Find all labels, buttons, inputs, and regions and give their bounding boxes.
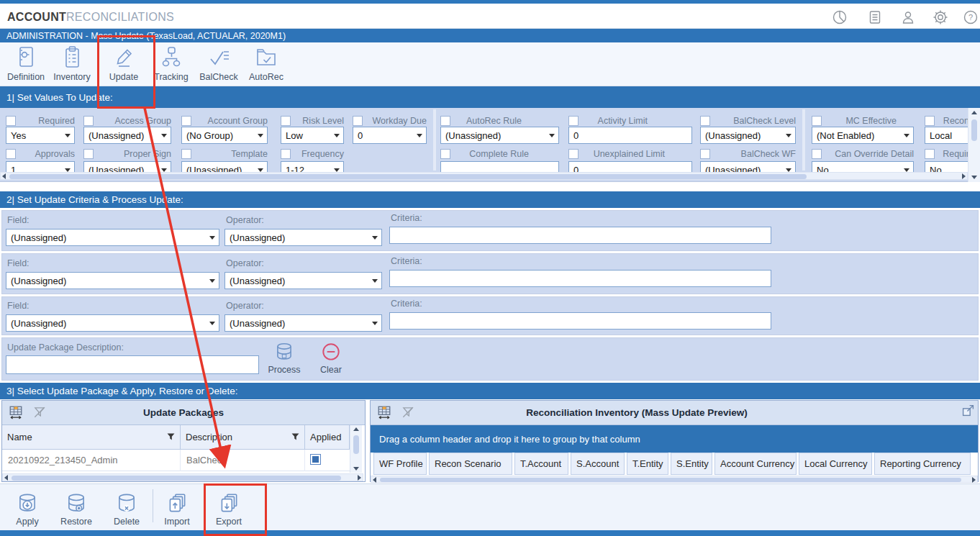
scroll-right-arrow[interactable] xyxy=(358,475,361,481)
column-header-applied[interactable]: Applied xyxy=(305,425,350,450)
column-header-description[interactable]: Description xyxy=(181,425,305,450)
column-header-local-currency[interactable]: Local Currency xyxy=(799,453,872,475)
frequency-checkbox[interactable] xyxy=(281,149,291,159)
update-button[interactable]: Update xyxy=(101,45,147,82)
field-select-1[interactable]: (Unassigned) xyxy=(6,229,219,246)
scroll-up-arrow[interactable] xyxy=(971,111,977,114)
recon-checkbox[interactable] xyxy=(925,116,935,126)
field-select-2[interactable]: (Unassigned) xyxy=(6,272,219,289)
operator-select-3[interactable]: (Unassigned) xyxy=(224,314,382,332)
required-checkbox[interactable] xyxy=(6,116,16,126)
mc-effective-select[interactable]: (Not Enabled) xyxy=(812,127,914,144)
unexplained-limit-checkbox[interactable] xyxy=(568,149,579,159)
scroll-down-arrow[interactable] xyxy=(971,176,977,179)
criteria-input-1[interactable] xyxy=(389,227,771,244)
column-header-s-entity[interactable]: S.Entity xyxy=(671,453,712,475)
delete-button[interactable]: Delete xyxy=(106,492,147,527)
process-button[interactable]: Process xyxy=(266,342,303,375)
balcheck-button[interactable]: BalCheck xyxy=(196,45,242,82)
scroll-down-arrow[interactable] xyxy=(353,467,359,471)
user-icon[interactable] xyxy=(900,9,916,25)
popout-icon[interactable] xyxy=(962,404,974,417)
section1-vscrollbar[interactable] xyxy=(968,108,980,182)
settings-icon[interactable] xyxy=(933,9,948,25)
package-name-cell[interactable]: 20210922_213450_Admin xyxy=(8,455,118,465)
activity-limit-input[interactable]: 0 xyxy=(568,127,692,144)
package-description-input[interactable] xyxy=(6,355,259,374)
export-button[interactable]: Export xyxy=(209,492,248,527)
grid-settings-icon[interactable] xyxy=(9,405,23,419)
scroll-thumb[interactable] xyxy=(971,119,977,141)
filter-icon[interactable] xyxy=(291,433,299,441)
scroll-left-arrow[interactable] xyxy=(373,477,376,483)
access-group-checkbox[interactable] xyxy=(83,116,94,126)
account-group-select[interactable]: (No Group) xyxy=(181,127,268,144)
tracking-button[interactable]: Tracking xyxy=(148,45,194,82)
column-header-t-account[interactable]: T.Account xyxy=(514,453,568,475)
clear-filter-icon[interactable] xyxy=(32,405,47,419)
column-header-recon-scenario[interactable]: Recon Scenario xyxy=(429,453,512,475)
criteria-input-2[interactable] xyxy=(389,270,771,287)
help-icon[interactable]: ? xyxy=(963,9,979,25)
operator-select-2[interactable]: (Unassigned) xyxy=(224,272,382,289)
section1-hscrollbar[interactable] xyxy=(0,172,968,180)
scroll-left-arrow[interactable] xyxy=(2,173,6,179)
required-days-checkbox[interactable] xyxy=(925,149,935,159)
recon-input[interactable]: Local xyxy=(925,127,968,144)
complete-rule-checkbox[interactable] xyxy=(440,149,450,159)
scroll-thumb[interactable] xyxy=(380,478,961,482)
pie-chart-icon[interactable] xyxy=(832,9,848,25)
scroll-thumb[interactable] xyxy=(353,435,359,454)
packages-hscrollbar[interactable] xyxy=(2,473,363,481)
column-header-reporting-currency[interactable]: Reporting Currency xyxy=(874,453,971,475)
inventory-button[interactable]: Inventory xyxy=(49,45,95,82)
inventory-hscrollbar[interactable] xyxy=(371,476,978,483)
mc-effective-checkbox[interactable] xyxy=(812,116,822,126)
balcheck-wf-checkbox[interactable] xyxy=(700,149,710,159)
template-checkbox[interactable] xyxy=(181,149,191,159)
risk-level-select[interactable]: Low xyxy=(281,127,344,144)
field-select-3[interactable]: (Unassigned) xyxy=(6,314,219,332)
column-header-t-entity[interactable]: T.Entity xyxy=(627,453,668,475)
applied-checkbox[interactable] xyxy=(310,454,321,465)
activity-limit-checkbox[interactable] xyxy=(568,116,579,126)
autorec-rule-select[interactable]: (Unassigned) xyxy=(440,127,559,144)
autorec-button[interactable]: AutoRec xyxy=(243,45,289,82)
apply-button[interactable]: Apply xyxy=(9,492,46,527)
scroll-right-arrow[interactable] xyxy=(972,477,976,483)
account-group-checkbox[interactable] xyxy=(181,116,191,126)
scroll-left-arrow[interactable] xyxy=(4,475,8,481)
proper-sign-checkbox[interactable] xyxy=(83,149,94,159)
can-override-detail-checkbox[interactable] xyxy=(812,149,822,159)
scroll-thumb[interactable] xyxy=(9,174,807,179)
column-header-wf-profile[interactable]: WF Profile xyxy=(373,453,427,475)
column-header-s-account[interactable]: S.Account xyxy=(571,453,625,475)
grid-settings-icon[interactable] xyxy=(377,405,391,419)
column-header-name[interactable]: Name xyxy=(2,425,181,450)
risk-level-checkbox[interactable] xyxy=(281,116,291,126)
balcheck-level-checkbox[interactable] xyxy=(700,116,710,126)
workday-due-select[interactable]: 0 xyxy=(353,127,427,144)
document-icon[interactable] xyxy=(867,9,883,25)
restore-button[interactable]: Restore xyxy=(56,492,96,527)
scroll-up-arrow[interactable] xyxy=(353,427,359,431)
scroll-thumb[interactable] xyxy=(12,476,341,481)
operator-select-1[interactable]: (Unassigned) xyxy=(224,229,382,246)
definition-button[interactable]: Definition xyxy=(3,45,49,82)
autorec-rule-checkbox[interactable] xyxy=(440,116,450,126)
clear-button[interactable]: Clear xyxy=(312,342,350,375)
filter-icon[interactable] xyxy=(167,433,175,441)
packages-vscrollbar[interactable] xyxy=(350,425,362,473)
clear-filter-icon[interactable] xyxy=(401,405,415,419)
required-select[interactable]: Yes xyxy=(6,127,75,144)
import-button[interactable]: Import xyxy=(158,492,196,527)
group-by-drop-zone[interactable]: Drag a column header and drop it here to… xyxy=(371,425,978,453)
access-group-select[interactable]: (Unassigned) xyxy=(83,127,171,144)
package-description-cell[interactable]: BalCheck xyxy=(186,455,227,465)
workday-due-checkbox[interactable] xyxy=(353,116,363,126)
balcheck-level-select[interactable]: (Unassigned) xyxy=(700,127,796,144)
column-header-account-currency[interactable]: Account Currency xyxy=(714,453,797,475)
approvals-checkbox[interactable] xyxy=(6,149,16,159)
scroll-right-arrow[interactable] xyxy=(962,173,966,179)
criteria-input-3[interactable] xyxy=(389,312,771,330)
